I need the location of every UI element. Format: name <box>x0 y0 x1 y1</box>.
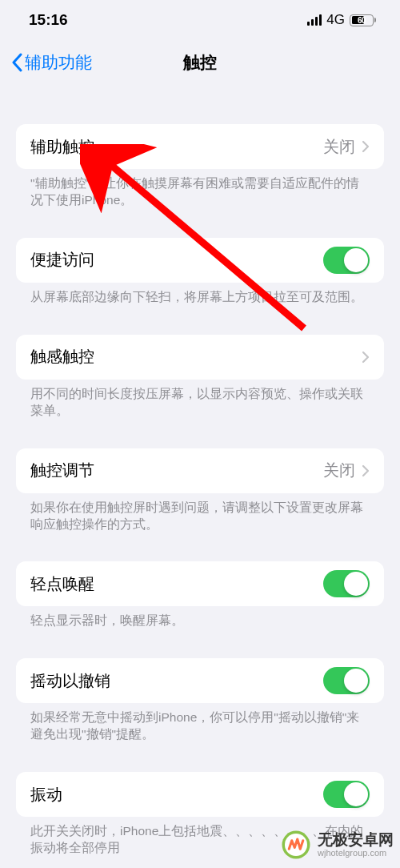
row-value: 关闭 <box>323 136 355 158</box>
battery-icon: 60 <box>350 14 376 26</box>
back-label: 辅助功能 <box>25 51 92 74</box>
group-reachability: 便捷访问 从屏幕底部边缘向下轻扫，将屏幕上方项目拉至可及范围。 <box>16 238 384 306</box>
row-haptic-touch[interactable]: 触感触控 <box>16 335 384 380</box>
row-value: 关闭 <box>323 460 355 481</box>
row-label: 摇动以撤销 <box>30 670 110 692</box>
group-haptic-touch: 触感触控 用不同的时间长度按压屏幕，以显示内容预览、操作或关联菜单。 <box>16 335 384 420</box>
group-tap-to-wake: 轻点唤醒 轻点显示器时，唤醒屏幕。 <box>16 561 384 629</box>
row-reachability[interactable]: 便捷访问 <box>16 238 384 283</box>
chevron-right-icon <box>362 140 370 153</box>
footer-reachability: 从屏幕底部边缘向下轻扫，将屏幕上方项目拉至可及范围。 <box>16 283 384 306</box>
settings-list: 辅助触控 关闭 "辅助触控"可让你在触摸屏幕有困难或需要自适应配件的情况下使用i… <box>0 84 400 857</box>
row-touch-accommodations[interactable]: 触控调节 关闭 <box>16 448 384 493</box>
status-time: 15:16 <box>29 11 68 29</box>
group-assistive-touch: 辅助触控 关闭 "辅助触控"可让你在触摸屏幕有困难或需要自适应配件的情况下使用i… <box>16 124 384 209</box>
row-label: 便捷访问 <box>30 249 94 271</box>
footer-touch-accommodations: 如果你在使用触控屏时遇到问题，请调整以下设置更改屏幕响应触控操作的方式。 <box>16 493 384 533</box>
group-shake-to-undo: 摇动以撤销 如果经常无意中摇动到iPhone，你可以停用"摇动以撤销"来避免出现… <box>16 658 384 743</box>
row-label: 触控调节 <box>30 460 94 481</box>
toggle-reachability[interactable] <box>323 247 370 274</box>
chevron-right-icon <box>362 464 370 477</box>
network-label: 4G <box>326 12 345 28</box>
row-label: 轻点唤醒 <box>30 573 94 595</box>
signal-icon <box>307 14 322 26</box>
chevron-right-icon <box>362 351 370 364</box>
footer-shake-to-undo: 如果经常无意中摇动到iPhone，你可以停用"摇动以撤销"来避免出现"撤销"提醒… <box>16 703 384 743</box>
footer-tap-to-wake: 轻点显示器时，唤醒屏幕。 <box>16 606 384 629</box>
status-right: 4G 60 <box>307 12 376 28</box>
row-shake-to-undo[interactable]: 摇动以撤销 <box>16 658 384 703</box>
watermark-logo-icon <box>279 828 313 862</box>
group-touch-accommodations: 触控调节 关闭 如果你在使用触控屏时遇到问题，请调整以下设置更改屏幕响应触控操作… <box>16 448 384 533</box>
watermark: 无极安卓网 wjhotelgroup.com <box>279 828 394 862</box>
row-tap-to-wake[interactable]: 轻点唤醒 <box>16 561 384 606</box>
footer-haptic-touch: 用不同的时间长度按压屏幕，以显示内容预览、操作或关联菜单。 <box>16 380 384 420</box>
toggle-tap-to-wake[interactable] <box>323 570 370 597</box>
row-vibration[interactable]: 振动 <box>16 772 384 817</box>
footer-assistive-touch: "辅助触控"可让你在触摸屏幕有困难或需要自适应配件的情况下使用iPhone。 <box>16 169 384 209</box>
status-bar: 15:16 4G 60 <box>0 0 400 40</box>
row-label: 辅助触控 <box>30 136 94 158</box>
watermark-title: 无极安卓网 <box>318 832 394 849</box>
chevron-left-icon <box>11 53 22 72</box>
page-title: 触控 <box>183 51 217 74</box>
watermark-url: wjhotelgroup.com <box>318 848 394 858</box>
toggle-vibration[interactable] <box>323 781 370 808</box>
row-assistive-touch[interactable]: 辅助触控 关闭 <box>16 124 384 169</box>
toggle-shake-to-undo[interactable] <box>323 667 370 694</box>
row-label: 振动 <box>30 784 62 806</box>
back-button[interactable]: 辅助功能 <box>11 51 92 74</box>
navigation-bar: 辅助功能 触控 <box>0 40 400 84</box>
row-label: 触感触控 <box>30 346 94 368</box>
